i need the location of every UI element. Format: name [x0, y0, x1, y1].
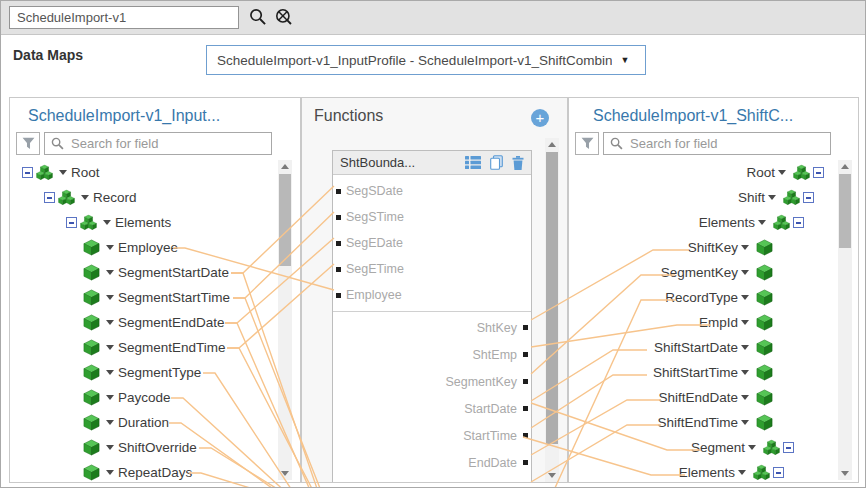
tree-node[interactable]: Elements [569, 210, 832, 235]
scrollbar[interactable] [278, 160, 292, 480]
tree-node[interactable]: Elements [569, 460, 832, 483]
list-view-icon[interactable] [465, 156, 481, 169]
chevron-down-icon[interactable] [106, 470, 114, 475]
chevron-down-icon[interactable] [106, 445, 114, 450]
tree-node[interactable]: Duration [10, 410, 274, 435]
scroll-up-icon[interactable] [841, 164, 849, 169]
function-output[interactable]: StartDate [333, 395, 531, 422]
tree-node[interactable]: Root [10, 160, 274, 185]
add-function-button[interactable]: + [531, 109, 549, 127]
field-search-input[interactable] [69, 135, 265, 152]
scrollbar-thumb[interactable] [839, 174, 851, 248]
tree-node[interactable]: ShiftEndTime [569, 410, 832, 435]
function-output[interactable]: SegmentKey [333, 368, 531, 395]
tree-node[interactable]: ShiftKey [569, 235, 832, 260]
chevron-down-icon[interactable] [106, 420, 114, 425]
chevron-down-icon[interactable] [741, 295, 749, 300]
connector-square[interactable] [523, 379, 528, 384]
connector-square[interactable] [336, 241, 341, 246]
process-search-input[interactable] [9, 6, 239, 29]
chevron-down-icon[interactable] [768, 195, 776, 200]
chevron-down-icon[interactable] [106, 295, 114, 300]
function-output[interactable]: EndTime [333, 476, 531, 483]
chevron-down-icon[interactable] [758, 220, 766, 225]
copy-icon[interactable] [490, 155, 503, 170]
tree-node[interactable]: SegmentStartDate [10, 260, 274, 285]
tree-node[interactable]: EmpId [569, 310, 832, 335]
function-input[interactable]: SegSDate [333, 178, 531, 204]
tree-node[interactable]: Root [569, 160, 832, 185]
scroll-up-icon[interactable] [548, 142, 556, 147]
tree-node[interactable]: SegmentType [10, 360, 274, 385]
connector-square[interactable] [336, 215, 341, 220]
search-icon[interactable] [249, 8, 267, 26]
tree-node[interactable]: RepeatDays [10, 460, 274, 483]
collapse-icon[interactable] [66, 217, 77, 228]
chevron-down-icon[interactable] [103, 220, 111, 225]
tree-node[interactable]: Employee [10, 235, 274, 260]
function-output[interactable]: EndDate [333, 449, 531, 476]
scrollbar[interactable] [838, 160, 852, 480]
chevron-down-icon[interactable] [106, 320, 114, 325]
function-output[interactable]: ShtEmp [333, 341, 531, 368]
function-input[interactable]: Employee [333, 282, 531, 308]
collapse-icon[interactable] [793, 217, 804, 228]
collapse-icon[interactable] [783, 442, 794, 453]
chevron-down-icon[interactable] [81, 195, 89, 200]
scroll-down-icon[interactable] [841, 471, 849, 476]
trash-icon[interactable] [512, 156, 524, 170]
chevron-down-icon[interactable] [106, 395, 114, 400]
tree-node[interactable]: SegmentEndTime [10, 335, 274, 360]
chevron-down-icon[interactable] [106, 270, 114, 275]
chevron-down-icon[interactable] [741, 345, 749, 350]
connector-square[interactable] [336, 267, 341, 272]
chevron-down-icon[interactable] [106, 245, 114, 250]
collapse-icon[interactable] [22, 167, 33, 178]
scroll-up-icon[interactable] [281, 164, 289, 169]
chevron-down-icon[interactable] [748, 445, 756, 450]
tree-node[interactable]: SegmentKey [569, 260, 832, 285]
tree-node[interactable]: Segment [569, 435, 832, 460]
function-input[interactable]: SegSTime [333, 204, 531, 230]
tree-node[interactable]: Paycode [10, 385, 274, 410]
function-output[interactable]: StartTime [333, 422, 531, 449]
connector-square[interactable] [523, 352, 528, 357]
field-search-input[interactable] [628, 135, 824, 152]
tree-node[interactable]: SegmentEndDate [10, 310, 274, 335]
chevron-down-icon[interactable] [741, 245, 749, 250]
collapse-icon[interactable] [803, 192, 814, 203]
data-map-select[interactable]: ScheduleImport-v1_InputProfile - Schedul… [206, 45, 646, 75]
chevron-down-icon[interactable] [738, 470, 746, 475]
function-box[interactable]: ShtBounda... SegSDate SegSTi [332, 150, 532, 483]
collapse-icon[interactable] [44, 192, 55, 203]
connector-square[interactable] [336, 293, 341, 298]
scrollbar-thumb[interactable] [279, 174, 291, 266]
connector-square[interactable] [523, 460, 528, 465]
scroll-down-icon[interactable] [281, 471, 289, 476]
chevron-down-icon[interactable] [741, 270, 749, 275]
scrollbar[interactable] [545, 138, 559, 482]
tree-node[interactable]: ShiftStartTime [569, 360, 832, 385]
filter-button[interactable] [16, 132, 40, 155]
tree-node[interactable]: ShiftOverride [10, 435, 274, 460]
connector-square[interactable] [523, 325, 528, 330]
chevron-down-icon[interactable] [741, 370, 749, 375]
tree-node[interactable]: Elements [10, 210, 274, 235]
scroll-down-icon[interactable] [548, 473, 556, 478]
clear-search-icon[interactable] [275, 8, 293, 26]
tree-node[interactable]: Shift [569, 185, 832, 210]
chevron-down-icon[interactable] [106, 370, 114, 375]
chevron-down-icon[interactable] [741, 420, 749, 425]
chevron-down-icon[interactable] [59, 170, 67, 175]
filter-button[interactable] [575, 132, 599, 155]
chevron-down-icon[interactable] [741, 320, 749, 325]
tree-node[interactable]: SegmentStartTime [10, 285, 274, 310]
function-input[interactable]: SegETime [333, 256, 531, 282]
function-input[interactable]: SegEDate [333, 230, 531, 256]
connector-square[interactable] [523, 433, 528, 438]
chevron-down-icon[interactable] [778, 170, 786, 175]
chevron-down-icon[interactable] [106, 345, 114, 350]
tree-node[interactable]: RecordType [569, 285, 832, 310]
function-output[interactable]: ShtKey [333, 314, 531, 341]
tree-node[interactable]: ShiftStartDate [569, 335, 832, 360]
